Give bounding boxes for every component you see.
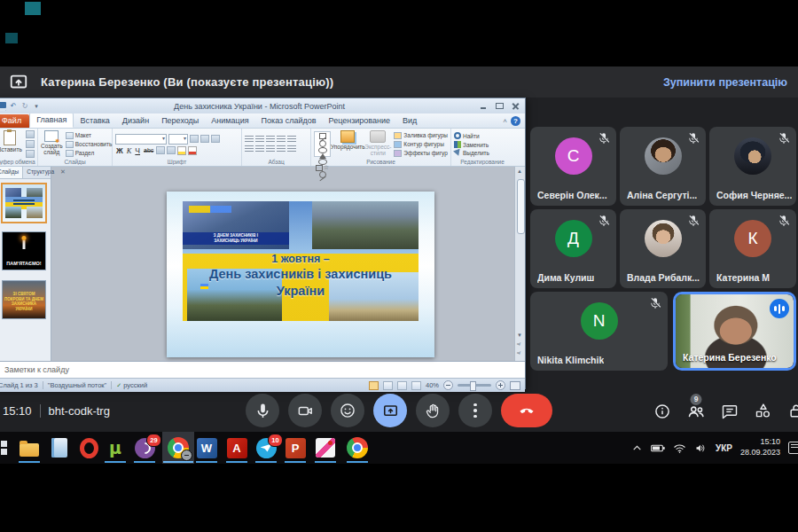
section-button[interactable]: Раздел (66, 150, 113, 157)
paste-button[interactable]: Вставить (0, 130, 23, 158)
copy-icon[interactable] (26, 140, 35, 148)
highlight-color-button[interactable] (177, 146, 186, 155)
italic-button[interactable]: К (126, 146, 133, 155)
participant-tile[interactable]: Аліна Сергуті... (620, 127, 706, 206)
minimize-button[interactable] (476, 101, 490, 112)
microphone-button[interactable] (246, 394, 279, 427)
host-controls-button[interactable] (787, 403, 798, 420)
line-spacing-icon[interactable] (287, 136, 296, 143)
taskbar-photo-editor[interactable] (315, 437, 336, 458)
font-name-select[interactable] (115, 134, 167, 145)
arrange-button[interactable]: Упорядочить (333, 130, 362, 158)
align-center-icon[interactable] (255, 145, 264, 153)
numbering-icon[interactable] (255, 136, 264, 143)
tab-animations[interactable]: Анимация (205, 114, 254, 128)
strikethrough-button[interactable]: abc (143, 147, 154, 153)
help-icon[interactable] (511, 116, 520, 126)
indent-decrease-icon[interactable] (266, 136, 275, 143)
taskbar-chrome-active[interactable] (168, 437, 189, 458)
scroll-up-icon[interactable]: ▲ (517, 168, 522, 174)
save-icon[interactable] (0, 102, 6, 111)
people-button[interactable]: 9 (686, 402, 706, 421)
taskbar-viber[interactable]: 29 (134, 437, 155, 458)
replace-button[interactable]: Заменить (454, 141, 489, 148)
slide-thumbnail-2[interactable]: ПАМ'ЯТАЄМО! (2, 231, 46, 270)
reactions-button[interactable] (331, 394, 364, 427)
language-indicator[interactable]: УКР (716, 443, 732, 453)
shape-outline-button[interactable]: Контур фигуры (394, 141, 448, 148)
align-right-icon[interactable] (266, 145, 275, 153)
start-button[interactable] (0, 437, 11, 458)
slide-canvas[interactable]: З ДНЕМ ЗАХИСНИКІВ І ЗАХИСНИЦЬ УКРАЇНИ 1 … (167, 192, 434, 357)
speaker-icon[interactable] (694, 442, 708, 454)
align-left-icon[interactable] (245, 145, 254, 153)
participant-tile[interactable]: Влада Рибалк... (620, 209, 706, 288)
grow-font-icon[interactable] (190, 135, 199, 143)
char-spacing-button[interactable] (167, 146, 176, 154)
participant-tile[interactable]: София Черняе... (709, 127, 796, 206)
tab-transitions[interactable]: Переходы (155, 114, 205, 128)
tab-slideshow[interactable]: Показ слайдов (255, 114, 323, 128)
undo-icon[interactable] (9, 102, 18, 111)
tab-file[interactable]: Файл (0, 114, 29, 128)
font-size-select[interactable] (168, 134, 188, 145)
zoom-in-button[interactable] (496, 380, 505, 390)
tab-view[interactable]: Вид (396, 114, 423, 128)
wifi-icon[interactable] (673, 442, 686, 454)
find-button[interactable]: Найти (454, 132, 489, 139)
end-call-button[interactable] (501, 394, 552, 427)
shrink-font-icon[interactable] (200, 135, 209, 143)
normal-view-button[interactable] (369, 381, 379, 390)
qat-dropdown-icon[interactable] (32, 102, 41, 111)
next-slide-icon[interactable]: ≉ (517, 350, 520, 356)
bullets-icon[interactable] (245, 136, 254, 143)
present-button[interactable] (373, 394, 407, 427)
select-button[interactable]: Выделить (454, 150, 489, 156)
collapse-ribbon-icon[interactable]: ˄ (503, 117, 507, 125)
fit-to-window-button[interactable] (510, 381, 520, 390)
restore-button[interactable] (492, 101, 506, 112)
battery-icon[interactable] (651, 442, 665, 454)
shape-effects-button[interactable]: Эффекты фигур (394, 150, 448, 157)
cut-icon[interactable] (26, 130, 35, 138)
tab-review[interactable]: Рецензирование (323, 114, 397, 128)
participant-tile[interactable]: N Nikita Klimchik (530, 292, 668, 371)
previous-slide-icon[interactable]: ≉ (517, 341, 520, 347)
participant-tile-self[interactable]: Катерина Березенко (673, 292, 796, 371)
taskbar-acrobat[interactable]: A (226, 437, 247, 458)
new-slide-button[interactable]: Создать слайд (41, 130, 63, 158)
stop-presenting-button[interactable]: Зупинити презентацію (663, 76, 787, 89)
slide-thumbnail-3[interactable]: ЗІ СВЯТОМ ПОКРОВИ ТА ДНЕМ ЗАХИСНИКА УКРА… (2, 280, 46, 319)
raise-hand-button[interactable] (416, 394, 450, 427)
more-options-button[interactable] (458, 394, 492, 427)
sorter-view-button[interactable] (383, 381, 393, 390)
notification-center-icon[interactable] (788, 442, 798, 454)
clear-format-icon[interactable] (211, 135, 220, 143)
quick-styles-button[interactable]: Экспресс-стили (364, 130, 391, 158)
vertical-scrollbar[interactable]: ▲ ▼ ≉ ≉ (514, 167, 525, 361)
font-color-button[interactable] (188, 146, 197, 155)
zoom-out-button[interactable] (443, 380, 453, 390)
clock-date[interactable]: 15:10 28.09.2023 (740, 437, 780, 458)
zoom-slider[interactable] (458, 384, 491, 387)
camera-button[interactable] (288, 394, 322, 427)
spellcheck-language[interactable]: русский (116, 381, 147, 389)
activities-button[interactable] (754, 402, 772, 420)
reset-button[interactable]: Восстановить (66, 141, 113, 148)
chat-button[interactable] (721, 403, 739, 420)
tab-insert[interactable]: Вставка (74, 114, 115, 128)
bold-button[interactable]: Ж (115, 146, 124, 155)
close-button[interactable] (508, 101, 522, 112)
tab-design[interactable]: Дизайн (116, 114, 155, 128)
shapes-gallery[interactable]: ☆ (314, 131, 331, 157)
scrollbar-thumb[interactable] (517, 179, 525, 234)
taskbar-chrome-2[interactable] (347, 437, 368, 458)
panel-tab-slides[interactable]: Слайды (0, 167, 23, 178)
notes-pane[interactable]: Заметки к слайду (0, 361, 525, 378)
taskbar-telegram[interactable]: 10 (255, 437, 277, 458)
layout-button[interactable]: Макет (66, 132, 113, 139)
scroll-down-icon[interactable]: ▼ (517, 332, 522, 338)
shape-fill-button[interactable]: Заливка фигуры (394, 132, 448, 139)
reading-view-button[interactable] (397, 381, 407, 390)
taskbar-app-window[interactable] (49, 437, 70, 458)
